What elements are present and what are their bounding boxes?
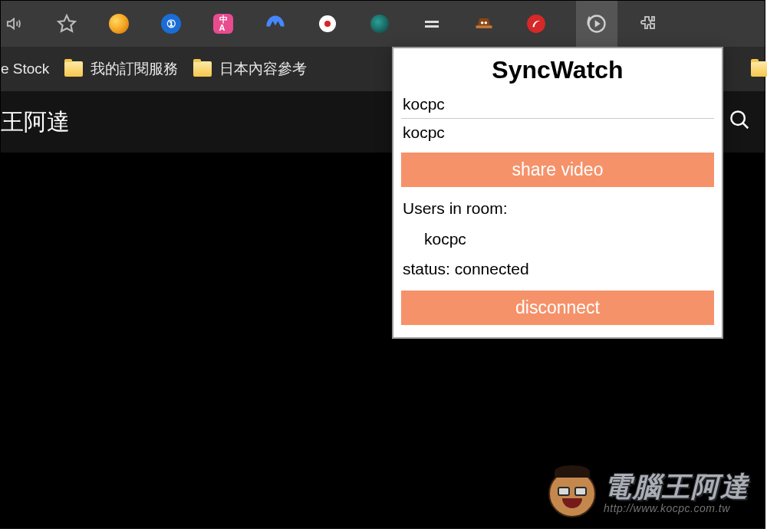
speaker-icon[interactable] (2, 11, 27, 36)
svg-point-6 (731, 111, 745, 125)
svg-point-3 (527, 15, 545, 33)
ext-orange-swirl[interactable] (107, 11, 131, 36)
room-input[interactable] (401, 119, 714, 146)
ext-lines[interactable] (420, 11, 444, 36)
folder-icon (751, 61, 767, 77)
syncwatch-popup: SyncWatch share video Users in room: koc… (392, 47, 723, 339)
bookmark-folder-right[interactable] (751, 61, 767, 77)
bookmark-label: 我的訂閱服務 (91, 59, 178, 79)
watermark: 電腦王阿達 ♛ http://www.kocpc.com.tw (548, 470, 749, 517)
page-title: 王阿達 (1, 107, 70, 138)
ext-hat[interactable] (472, 11, 496, 36)
ext-nordvpn[interactable] (263, 11, 288, 36)
ext-1password[interactable]: ① (159, 11, 183, 36)
star-icon[interactable] (54, 11, 79, 36)
folder-icon (193, 61, 212, 77)
name-input[interactable] (401, 90, 714, 119)
ext-trend[interactable] (524, 11, 548, 36)
watermark-title: 電腦王阿達 ♛ (604, 473, 749, 501)
svg-marker-0 (58, 15, 75, 31)
folder-icon (64, 61, 83, 77)
ext-syncwatch[interactable] (576, 1, 617, 47)
status-text: status: connected (393, 254, 722, 284)
svg-point-2 (485, 21, 488, 25)
room-user: kocpc (393, 224, 722, 255)
avatar-icon (548, 470, 596, 517)
ext-translate[interactable]: 中A (211, 11, 235, 36)
search-icon[interactable] (728, 108, 751, 136)
watermark-url: http://www.kocpc.com.tw (604, 502, 749, 514)
bookmark-label: 日本內容參考 (219, 59, 307, 79)
extension-toolbar: ① 中A (1, 1, 765, 47)
share-video-button[interactable]: share video (401, 153, 714, 187)
svg-point-1 (481, 21, 484, 25)
ext-puzzle-icon[interactable] (637, 11, 662, 36)
bookmark-label: e Stock (1, 61, 49, 77)
users-in-room-label: Users in room: (393, 193, 722, 224)
svg-marker-5 (595, 20, 601, 27)
bookmark-subscriptions[interactable]: 我的訂閱服務 (64, 59, 178, 79)
ext-circle-teal[interactable] (367, 11, 392, 36)
disconnect-button[interactable]: disconnect (401, 291, 714, 325)
bookmark-japan[interactable]: 日本內容參考 (193, 59, 307, 79)
popup-title: SyncWatch (393, 48, 722, 90)
bookmark-stock[interactable]: e Stock (1, 61, 49, 77)
svg-line-7 (742, 123, 748, 128)
ext-record[interactable] (315, 11, 340, 36)
